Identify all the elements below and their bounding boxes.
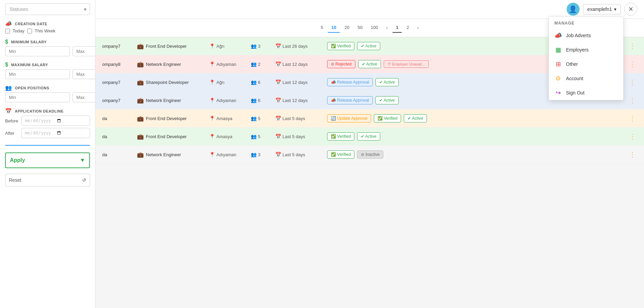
user-dropdown-menu: MANAGE 📣 Job Adverts ▦ Employers ⊞ Other… [549, 16, 624, 100]
applicants-count: 2 [258, 62, 260, 67]
row-menu-button[interactable]: ⋮ [628, 150, 637, 159]
reset-button[interactable]: Reset ↺ [5, 174, 90, 187]
location: 📍Adıyaman [209, 152, 247, 157]
after-date-input[interactable] [21, 128, 90, 138]
job-title: 💼Network Engineer [137, 151, 205, 158]
statuses-select-wrapper[interactable]: Statuses ▾ [5, 3, 90, 15]
row-menu-button[interactable]: ⋮ [628, 78, 637, 86]
company-name: da [102, 134, 133, 139]
after-date-row: After [5, 128, 90, 138]
dropdown-item-signout[interactable]: ↪ Sign Out [549, 86, 623, 100]
location: 📍Adıyaman [209, 61, 247, 67]
today-checkbox[interactable] [5, 29, 10, 33]
location-text: Amasya [216, 134, 232, 139]
account-icon: ⚙ [554, 75, 562, 82]
apply-button[interactable]: Apply ▼ [5, 152, 90, 168]
manage-label: MANAGE [549, 17, 623, 28]
location-icon: 📍 [209, 43, 215, 49]
page-size-10[interactable]: 10 [328, 23, 339, 33]
job-title-text: Front End Developer [146, 116, 187, 121]
before-date-row: Before [5, 116, 90, 126]
applicants-count: 5 [258, 116, 260, 121]
deadline: 📅Last 12 days [275, 98, 323, 103]
status-badge: ⏱ Employer Unavail... [384, 60, 428, 68]
after-label: After [5, 131, 19, 136]
dropdown-item-job-adverts[interactable]: 📣 Job Adverts [549, 28, 623, 43]
open-positions-label: 👥 OPEN POSITIONS [5, 85, 90, 91]
dropdown-item-other[interactable]: ⊞ Other [549, 57, 623, 71]
open-pos-max-input[interactable] [73, 92, 95, 102]
min-salary-section: $ MINIMUM SALARY [5, 39, 90, 56]
applicants: 👥5 [251, 134, 271, 139]
location-icon: 📍 [209, 116, 215, 121]
page-size-100[interactable]: 100 [367, 23, 382, 33]
application-deadline-label: 📅 APPLICATION DEADLINE [5, 108, 90, 114]
location-text: Amasya [216, 116, 232, 121]
job-adverts-icon: 📣 [554, 32, 562, 39]
dropdown-item-account[interactable]: ⚙ Account [549, 71, 623, 86]
job-title-text: Network Engineer [146, 152, 181, 157]
status-badge: 📣 Release Approval [327, 78, 373, 86]
main-content: 👤 examplefn1 ▾ ✕ MANAGE 📣 Job Adverts ▦ … [95, 0, 644, 308]
application-deadline-section: 📅 APPLICATION DEADLINE Before After [5, 108, 90, 138]
applicants-icon: 👥 [251, 79, 257, 85]
this-week-checkbox[interactable] [27, 29, 32, 33]
employers-label: Employers [566, 47, 588, 53]
open-pos-min-input[interactable] [5, 92, 70, 102]
deadline-text: Last 12 days [282, 62, 308, 67]
signout-icon: ↪ [554, 89, 562, 97]
deadline: 📅Last 5 days [275, 152, 323, 157]
page-size-5[interactable]: 5 [317, 23, 326, 33]
applicants-count: 5 [258, 134, 260, 139]
max-salary-max-input[interactable] [73, 69, 95, 79]
today-label: Today [13, 28, 25, 33]
page-2-button[interactable]: 2 [403, 23, 412, 33]
page-1-button[interactable]: 1 [393, 23, 402, 33]
table-row: da💼Network Engineer📍Adıyaman👥3📅Last 5 da… [95, 146, 644, 164]
row-menu-button[interactable]: ⋮ [628, 114, 637, 122]
prev-page-button[interactable]: ‹ [383, 23, 391, 32]
page-size-50[interactable]: 50 [354, 23, 366, 33]
status-badge: 📣 Release Approval [327, 96, 373, 104]
min-salary-max-input[interactable] [73, 46, 95, 56]
close-button[interactable]: ✕ [624, 3, 637, 16]
page-size-20[interactable]: 20 [341, 23, 353, 33]
applicants: 👥6 [251, 79, 271, 85]
dropdown-item-employers[interactable]: ▦ Employers [549, 43, 623, 57]
status-badge: ✅ Verified [327, 42, 354, 50]
deadline-text: Last 5 days [282, 116, 305, 121]
row-menu-button[interactable]: ⋮ [628, 96, 637, 104]
row-menu-button[interactable]: ⋮ [628, 60, 637, 68]
job-title: 💼Front End Developer [137, 115, 205, 122]
applicants-count: 6 [258, 98, 260, 103]
calendar-icon: 📅 [275, 98, 281, 103]
row-menu-button[interactable]: ⋮ [628, 132, 637, 141]
status-badge: ✅ Verified [327, 150, 354, 159]
location-text: Adıyaman [216, 152, 236, 157]
company-name: da [102, 116, 133, 121]
next-page-button[interactable]: › [414, 23, 422, 32]
location: 📍Amasya [209, 134, 247, 139]
min-salary-min-input[interactable] [5, 46, 70, 56]
employers-icon: ▦ [554, 46, 562, 54]
divider [5, 145, 90, 146]
creation-date-label: 📣 CREATION DATE [5, 20, 90, 27]
dropdown-arrow-icon: ▾ [614, 6, 616, 12]
before-date-input[interactable] [21, 116, 90, 126]
briefcase-icon: 💼 [137, 79, 144, 86]
deadline: 📅Last 5 days [275, 134, 323, 139]
statuses-select[interactable]: Statuses [5, 3, 90, 15]
user-dropdown[interactable]: examplefn1 ▾ [583, 4, 621, 14]
deadline: 📅Last 26 days [275, 43, 323, 49]
max-salary-min-input[interactable] [5, 69, 70, 79]
account-label: Account [566, 76, 583, 81]
avatar-icon: 👤 [569, 5, 577, 13]
top-bar: 👤 examplefn1 ▾ ✕ MANAGE 📣 Job Adverts ▦ … [95, 0, 644, 19]
deadline-text: Last 5 days [282, 134, 305, 139]
applicants-icon: 👥 [251, 98, 257, 103]
briefcase-icon: 💼 [137, 97, 144, 104]
row-menu-button[interactable]: ⋮ [628, 42, 637, 50]
job-title: 💼Network Engineer [137, 61, 205, 68]
applicants-count: 3 [258, 44, 260, 49]
status-badge: ✔ Active [357, 42, 380, 50]
